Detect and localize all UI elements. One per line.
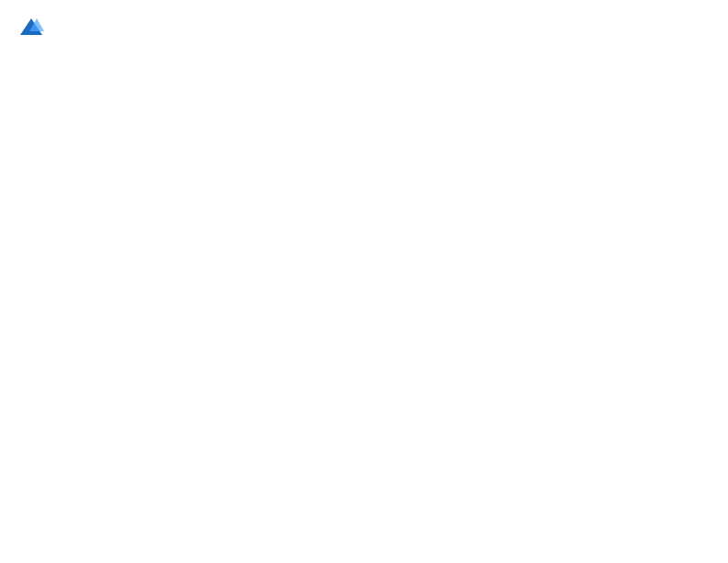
logo [18,15,46,40]
page [0,0,728,59]
header [18,15,710,40]
logo-icon [18,15,44,40]
